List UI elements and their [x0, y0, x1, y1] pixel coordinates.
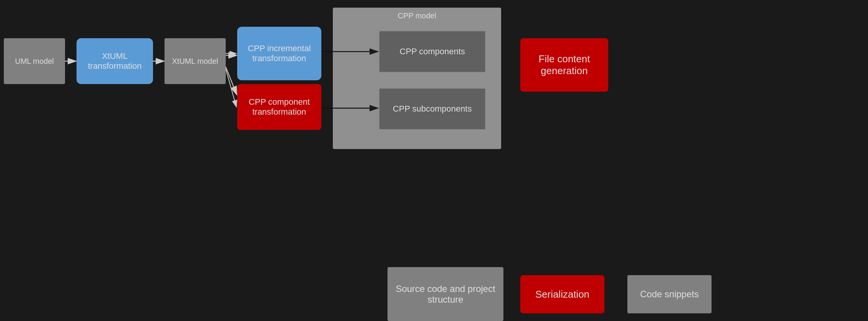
cpp-model-container-label: CPP model	[398, 11, 436, 20]
serialization-box: Serialization	[520, 275, 604, 313]
cpp-components-box: CPP components	[379, 31, 486, 73]
source-code-box: Source code and project structure	[388, 267, 503, 321]
file-content-generation-box: File content generation	[520, 38, 608, 92]
source-code-label: Source code and project structure	[391, 284, 500, 305]
uml-model-box: UML model	[4, 38, 65, 84]
xtuml-transformation-box: XtUML transformation	[77, 38, 153, 84]
svg-line-13	[226, 67, 237, 95]
cpp-component-label: CPP component transformation	[241, 97, 318, 117]
code-snippets-label: Code snippets	[640, 289, 699, 300]
diagram-container: UML model XtUML transformation XtUML mod…	[0, 0, 868, 321]
cpp-components-label: CPP components	[400, 47, 465, 57]
uml-model-label: UML model	[15, 57, 54, 66]
svg-line-3	[226, 69, 236, 107]
serialization-label: Serialization	[535, 289, 590, 300]
cpp-incremental-label: CPP incremental transformation	[241, 44, 318, 63]
file-content-generation-label: File content generation	[524, 53, 604, 77]
xtuml-model-box: XtUML model	[164, 38, 226, 84]
cpp-incremental-box: CPP incremental transformation	[237, 27, 321, 80]
xtuml-transformation-label: XtUML transformation	[80, 51, 149, 71]
cpp-component-box: CPP component transformation	[237, 84, 321, 130]
cpp-subcomponents-label: CPP subcomponents	[393, 104, 472, 114]
cpp-subcomponents-box: CPP subcomponents	[379, 88, 486, 130]
xtuml-model-label: XtUML model	[172, 57, 218, 66]
code-snippets-box: Code snippets	[627, 275, 712, 313]
